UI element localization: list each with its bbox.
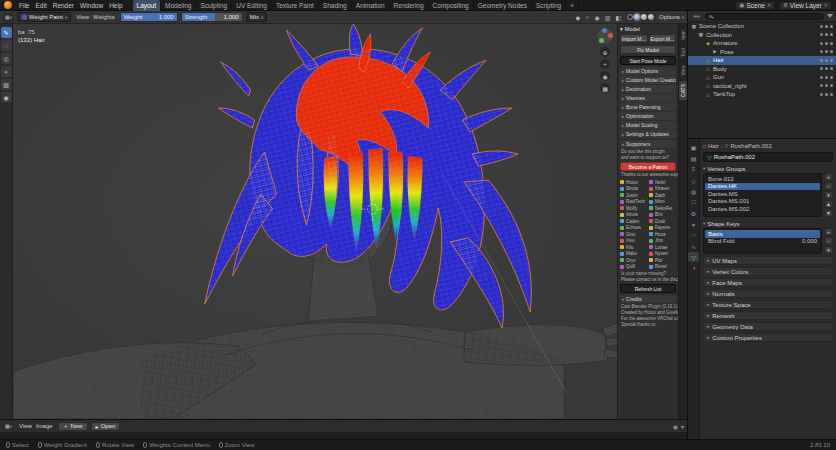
options-dropdown[interactable]: Options ▾ (659, 14, 684, 20)
properties-tab[interactable]: ◇ (688, 175, 699, 185)
filter-icon[interactable] (827, 14, 833, 18)
disable-render-icon[interactable] (830, 25, 833, 28)
image-editor-canvas[interactable] (0, 432, 687, 439)
shape-key-row[interactable]: Blind Fold 0.000 (705, 238, 820, 246)
workspace-tab[interactable]: Rendering (390, 0, 429, 11)
properties-panel-header[interactable]: ▸ Remesh (703, 311, 833, 320)
wireframe-shading-icon[interactable] (627, 14, 633, 20)
gizmo-button[interactable]: + (600, 59, 610, 69)
paint-tool-button[interactable]: ◎ (1, 53, 12, 64)
import-model-button[interactable]: Import M... (620, 34, 648, 43)
disable-viewport-icon[interactable] (825, 76, 828, 79)
hide-viewport-icon[interactable] (820, 33, 823, 36)
xray-toggle-icon[interactable]: ◧ (614, 14, 622, 21)
unlink-scene-icon[interactable]: ✕ (767, 2, 771, 8)
gizmo-button[interactable]: ⊕ (600, 47, 610, 57)
paint-tool-button[interactable]: ▧ (1, 79, 12, 90)
editor-type-dropdown[interactable]: ≔▾ (691, 12, 702, 21)
hide-viewport-icon[interactable] (820, 67, 823, 70)
properties-tab[interactable]: ∿ (688, 241, 699, 251)
gizmo-button[interactable]: ▦ (600, 83, 610, 93)
material-shading-icon[interactable] (641, 14, 647, 20)
viewport-menu[interactable]: Weights (91, 14, 117, 20)
image-settings-icon[interactable]: ▾ (681, 423, 684, 430)
outliner-row[interactable]: ▦ Collection (688, 31, 836, 40)
export-model-button[interactable]: Export M... (649, 34, 677, 43)
menubar-menu[interactable]: Help (106, 0, 125, 11)
menubar-menu[interactable]: File (16, 0, 32, 11)
disable-viewport-icon[interactable] (825, 59, 828, 62)
gizmo-button[interactable]: ◉ (600, 71, 610, 81)
overlays-icon[interactable]: ▥ (604, 14, 612, 21)
properties-panel-header[interactable]: ▸ Texture Space (703, 300, 833, 309)
open-image-button[interactable]: ▸ Open (91, 422, 121, 431)
cats-section-header[interactable]: ▸ Model Options (620, 67, 676, 75)
disable-render-icon[interactable] (830, 93, 833, 96)
properties-tab[interactable]: □ (688, 197, 699, 207)
disable-render-icon[interactable] (830, 76, 833, 79)
workspace-tab[interactable]: Animation (352, 0, 390, 11)
disable-render-icon[interactable] (830, 42, 833, 45)
properties-panel-header[interactable]: ▸ Custom Properties (703, 333, 833, 342)
workspace-tab[interactable]: Scripting (532, 0, 566, 11)
outliner-row[interactable]: △ Hair (688, 56, 836, 65)
cats-section-header[interactable]: ▸ Model Scaling (620, 121, 676, 129)
properties-tab[interactable]: ◍ (688, 186, 699, 196)
outliner-row[interactable]: ▦ Scene Collection (688, 22, 836, 31)
menubar-menu[interactable]: Window (77, 0, 106, 11)
start-pose-mode-button[interactable]: Start Pose Mode (620, 56, 676, 65)
properties-tab[interactable]: ▣ (688, 142, 699, 152)
workspace-tab[interactable]: Compositing (429, 0, 474, 11)
workspace-tab[interactable]: Layout (133, 0, 162, 11)
disable-viewport-icon[interactable] (825, 42, 828, 45)
properties-tab[interactable]: ▤ (688, 153, 699, 163)
vertex-group-row[interactable]: Bone.013 (705, 175, 820, 183)
supporter-entry[interactable]: Rexel (649, 264, 676, 271)
hide-viewport-icon[interactable] (820, 93, 823, 96)
cats-section-header[interactable]: ▸ Bone Parenting (620, 103, 676, 111)
navigation-gizmo[interactable] (597, 28, 613, 44)
sidebar-tab[interactable]: Tool (679, 45, 687, 60)
disable-render-icon[interactable] (830, 33, 833, 36)
outliner-row[interactable]: △ Body (688, 65, 836, 74)
proportional-editing-icon[interactable]: ◉ (593, 14, 600, 21)
paint-tool-button[interactable]: ◌ (1, 40, 12, 51)
properties-tab[interactable]: ◑ (688, 263, 699, 273)
gizmo-toggle-icon[interactable]: ◆ (575, 14, 582, 21)
outliner-search-input[interactable] (705, 13, 824, 20)
solid-shading-icon[interactable] (634, 14, 640, 20)
remove-view-layer-icon[interactable]: ✕ (824, 2, 828, 8)
fix-model-button[interactable]: Fix Model (620, 45, 676, 54)
disable-render-icon[interactable] (830, 50, 833, 53)
sidebar-tab[interactable]: CATS (679, 81, 687, 100)
workspace-tab[interactable]: Shading (319, 0, 352, 11)
pin-icon[interactable]: ◉ (673, 423, 678, 430)
cats-section-header[interactable]: ▸ Optimization (620, 112, 676, 120)
disable-viewport-icon[interactable] (825, 33, 828, 36)
properties-tab[interactable]: ≡ (688, 164, 699, 174)
disable-viewport-icon[interactable] (825, 84, 828, 87)
vertex-groups-header[interactable]: ▾ Vertex Groups (703, 164, 833, 173)
mode-dropdown[interactable]: Weight Paint ▾ (17, 12, 71, 22)
vertex-group-row[interactable]: Dantes.HK (705, 183, 820, 191)
vertex-group-row[interactable]: Dantes.MS.002 (705, 205, 820, 213)
hide-viewport-icon[interactable] (820, 76, 823, 79)
list-operator-button[interactable]: ▲ (824, 200, 833, 208)
outliner-row[interactable]: △ TankTop (688, 90, 836, 99)
refresh-list-button[interactable]: Refresh List (620, 284, 676, 293)
hide-viewport-icon[interactable] (820, 84, 823, 87)
strength-slider[interactable]: Strength 1.000 (181, 12, 243, 22)
shape-keys-header[interactable]: ▾ Shape Keys (703, 219, 833, 228)
disable-viewport-icon[interactable] (825, 25, 828, 28)
model-section-header[interactable]: ▾ Model (618, 24, 678, 33)
disable-render-icon[interactable] (830, 84, 833, 87)
rendered-shading-icon[interactable] (648, 14, 654, 20)
properties-tab[interactable]: ⚙ (688, 208, 699, 218)
supporters-section-header[interactable]: ▾ Supporters (620, 140, 676, 148)
hide-viewport-icon[interactable] (820, 42, 823, 45)
list-operator-button[interactable]: + (824, 173, 833, 181)
properties-panel-header[interactable]: ▸ Face Maps (703, 278, 833, 287)
editor-type-dropdown[interactable]: ▩▾ (3, 422, 14, 431)
list-operator-button[interactable]: + (824, 228, 833, 236)
breadcrumb-data[interactable]: RushaPath.002 (730, 143, 771, 149)
